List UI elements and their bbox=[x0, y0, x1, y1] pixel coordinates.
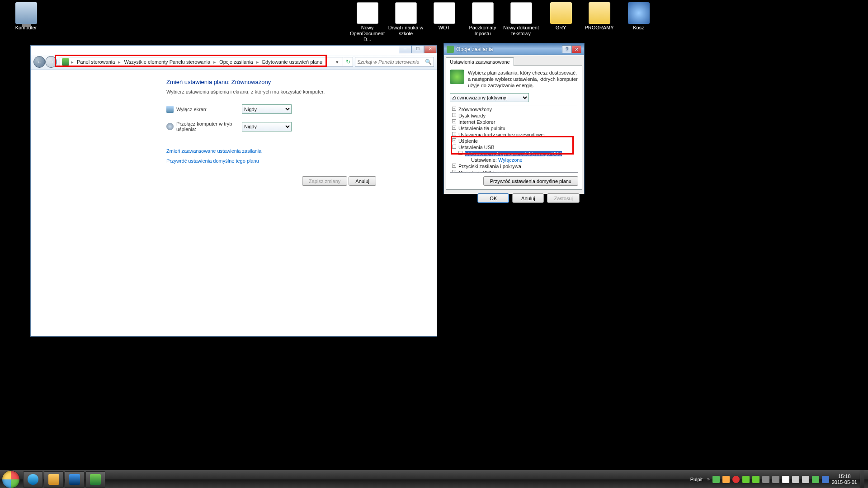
tree-item[interactable]: Ustawienie: Wyłączone bbox=[450, 157, 578, 163]
settings-tree[interactable]: +Zrównoważony+Dysk twardy+Internet Explo… bbox=[450, 105, 578, 173]
forward-button[interactable]: → bbox=[45, 56, 57, 68]
sleep-select[interactable]: Nigdy bbox=[242, 122, 292, 131]
taskbar-mediaplayer[interactable] bbox=[65, 471, 85, 488]
tree-expand-icon[interactable]: + bbox=[452, 107, 456, 111]
tray-chevron-icon[interactable]: » bbox=[707, 477, 710, 482]
tray-icon[interactable] bbox=[752, 476, 760, 483]
tray-icon[interactable] bbox=[822, 476, 829, 483]
plan-select[interactable]: Zrównoważony [aktywny] bbox=[450, 93, 529, 102]
refresh-button[interactable]: ↻ bbox=[343, 57, 353, 67]
tree-expand-icon[interactable]: + bbox=[452, 164, 456, 168]
save-button[interactable]: Zapisz zmiany bbox=[302, 176, 347, 186]
address-dropdown-icon[interactable]: ▾ bbox=[334, 59, 341, 65]
search-input[interactable] bbox=[357, 59, 425, 65]
desktop-icon-komputer[interactable]: Komputer bbox=[7, 2, 45, 31]
close-button[interactable]: ✕ bbox=[424, 46, 437, 53]
advanced-settings-link[interactable]: Zmień zaawansowane ustawienia zasilania bbox=[166, 148, 419, 154]
power-icon bbox=[447, 46, 454, 53]
help-button[interactable]: ? bbox=[562, 45, 572, 53]
tree-expand-icon[interactable]: + bbox=[452, 113, 456, 117]
search-box[interactable]: 🔍 bbox=[355, 57, 434, 67]
tree-item[interactable]: -Ustawienie wstrzymania selektywnego USB bbox=[450, 150, 578, 157]
power-options-dialog: Opcje zasilania ? ✕ Ustawienia zaawansow… bbox=[443, 43, 585, 194]
desktop-icon-programy[interactable]: PROGRAMY bbox=[580, 2, 618, 31]
desktop-icon-drwal-i-nauka-w-szkole[interactable]: Drwal i nauka w szkole bbox=[387, 2, 425, 37]
tree-item[interactable]: +Zrównoważony bbox=[450, 106, 578, 113]
clock-time: 15:18 bbox=[832, 474, 857, 479]
tray-volume-icon[interactable] bbox=[802, 476, 809, 483]
back-button[interactable]: ← bbox=[33, 56, 45, 68]
desktop-icon-nowy-opendocument-d-[interactable]: Nowy OpenDocument D... bbox=[348, 2, 387, 42]
search-icon[interactable]: 🔍 bbox=[425, 59, 432, 65]
control-panel-icon bbox=[62, 58, 69, 66]
desktop-icon-label: GRY bbox=[542, 25, 580, 31]
tree-expand-icon[interactable]: + bbox=[452, 119, 456, 123]
apply-button[interactable]: Zastosuj bbox=[547, 193, 580, 203]
recycle-icon bbox=[628, 2, 650, 24]
tab-panel: Wybierz plan zasilania, który chcesz dos… bbox=[446, 66, 582, 190]
desktop-icon-paczkomaty-inpostu[interactable]: Paczkomaty Inpostu bbox=[463, 2, 502, 37]
breadcrumb-item[interactable]: Wszystkie elementy Panelu sterowania bbox=[123, 58, 212, 66]
tree-item[interactable]: -Ustawienia USB bbox=[450, 144, 578, 150]
tray-action-center-icon[interactable] bbox=[782, 476, 789, 483]
desktop-icon-gry[interactable]: GRY bbox=[542, 2, 580, 31]
tray-icon[interactable] bbox=[812, 476, 819, 483]
taskbar-ie[interactable] bbox=[23, 471, 43, 488]
desktop-icon-nowy-dokument-tekstowy[interactable]: Nowy dokument tekstowy bbox=[502, 2, 540, 37]
minimize-button[interactable]: ─ bbox=[399, 46, 411, 53]
tree-expand-icon[interactable]: + bbox=[452, 132, 456, 136]
desktop-icon-label: Drwal i nauka w szkole bbox=[387, 25, 425, 37]
tray-icon[interactable] bbox=[762, 476, 769, 483]
tree-expand-icon[interactable]: - bbox=[452, 145, 456, 149]
tree-expand-icon[interactable]: + bbox=[452, 138, 456, 142]
restore-plan-defaults-button[interactable]: Przywróć ustawienia domyślne planu bbox=[483, 176, 578, 186]
tree-item[interactable]: +Ustawienia karty sieci bezprzewodowej bbox=[450, 131, 578, 138]
breadcrumb-item[interactable]: Panel sterowania bbox=[75, 58, 116, 66]
tree-expand-icon[interactable]: + bbox=[452, 170, 456, 173]
dialog-cancel-button[interactable]: Anuluj bbox=[512, 193, 544, 203]
cancel-button[interactable]: Anuluj bbox=[349, 176, 376, 186]
taskbar-clock[interactable]: 15:18 2015-05-01 bbox=[832, 474, 857, 485]
sleep-row: Przełącz komputer w tryb uśpienia: Nigdy bbox=[166, 121, 419, 132]
tray-icon[interactable] bbox=[712, 476, 720, 483]
tray-network-icon[interactable] bbox=[792, 476, 799, 483]
desktop-icon-label: Kosz bbox=[619, 25, 658, 31]
breadcrumb-item[interactable]: Opcje zasilania bbox=[218, 58, 255, 66]
dialog-titlebar[interactable]: Opcje zasilania ? ✕ bbox=[444, 43, 584, 55]
taskbar-app[interactable] bbox=[85, 471, 105, 488]
desktop-icon-label: Nowy OpenDocument D... bbox=[348, 25, 387, 42]
tree-expand-icon[interactable]: - bbox=[458, 151, 462, 155]
tray-icon[interactable] bbox=[732, 476, 740, 483]
tree-expand-icon[interactable]: + bbox=[452, 126, 456, 130]
tree-item[interactable]: +Uśpienie bbox=[450, 138, 578, 144]
tree-value[interactable]: Wyłączone bbox=[498, 157, 523, 163]
maximize-button[interactable]: ☐ bbox=[411, 46, 424, 53]
tree-item[interactable]: +Dysk twardy bbox=[450, 113, 578, 119]
breadcrumb-item[interactable]: Edytowanie ustawień planu bbox=[261, 58, 324, 66]
tree-item[interactable]: +Przyciski zasilania i pokrywa bbox=[450, 163, 578, 169]
taskbar-explorer[interactable] bbox=[44, 471, 64, 488]
doc-icon bbox=[434, 2, 455, 24]
display-off-select[interactable]: Nigdy bbox=[242, 104, 292, 114]
folder-icon bbox=[550, 2, 572, 24]
address-bar[interactable]: ▸ Panel sterowania ▸ Wszystkie elementy … bbox=[60, 57, 343, 67]
show-desktop-button[interactable] bbox=[860, 470, 864, 488]
tree-item[interactable]: +Magistrala PCI Express bbox=[450, 169, 578, 173]
tree-label: Magistrala PCI Express bbox=[458, 170, 510, 173]
desktop-icon-wot[interactable]: WOT bbox=[425, 2, 463, 31]
tree-item[interactable]: +Internet Explorer bbox=[450, 119, 578, 125]
desktop-icon-label: Paczkomaty Inpostu bbox=[463, 25, 502, 37]
page-subtitle: Wybierz ustawienia uśpienia i ekranu, z … bbox=[166, 89, 419, 94]
tray-icon[interactable] bbox=[742, 476, 750, 483]
tree-item[interactable]: +Ustawienia tła pulpitu bbox=[450, 125, 578, 131]
restore-defaults-link[interactable]: Przywróć ustawienia domyślne tego planu bbox=[166, 158, 419, 164]
toolbar-label[interactable]: Pulpit bbox=[690, 477, 705, 482]
ok-button[interactable]: OK bbox=[477, 193, 509, 203]
tree-label: Ustawienia USB bbox=[458, 145, 494, 150]
tray-icon[interactable] bbox=[722, 476, 730, 483]
tab-advanced[interactable]: Ustawienia zaawansowane bbox=[446, 57, 514, 66]
start-button[interactable] bbox=[2, 470, 20, 488]
tray-icon[interactable] bbox=[772, 476, 779, 483]
desktop-icon-kosz[interactable]: Kosz bbox=[619, 2, 658, 31]
dialog-close-button[interactable]: ✕ bbox=[571, 45, 581, 53]
